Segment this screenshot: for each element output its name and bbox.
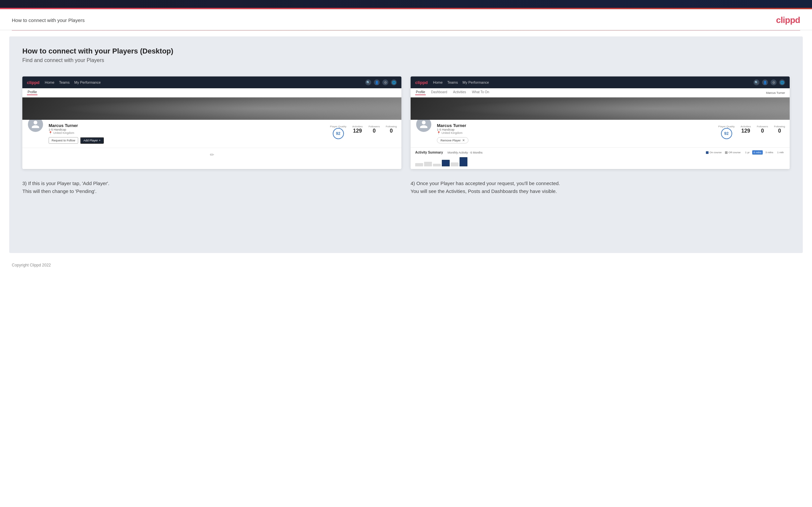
player-quality-stat-1: Player Quality 92: [330, 125, 347, 140]
following-stat-2: Following 0: [774, 125, 785, 140]
dashboard-tab-2[interactable]: Dashboard: [430, 90, 448, 95]
activities-label-1: Activities: [352, 125, 363, 128]
activities-tab-2[interactable]: Activities: [452, 90, 466, 95]
activity-left: Activity Summary Monthly Activity · 6 Mo…: [415, 151, 483, 154]
page-header-title: How to connect with your Players: [12, 17, 85, 23]
player-quality-label-1: Player Quality: [330, 125, 347, 128]
search-icon-2: 🔍: [754, 79, 759, 85]
page-header: How to connect with your Players clippd: [0, 9, 812, 30]
what-to-on-tab-2[interactable]: What To On: [471, 90, 490, 95]
mock-nav-home-1: Home: [45, 80, 54, 84]
request-to-follow-button[interactable]: Request to Follow: [49, 137, 78, 144]
remove-x-icon: ✕: [462, 138, 465, 142]
tab-group-2: Profile Dashboard Activities What To On: [415, 90, 490, 95]
mock-profile-1: Marcus Turner 1-5 Handicap 📍 United King…: [22, 120, 401, 148]
off-course-legend: Off course: [725, 151, 741, 154]
profile-info-2: Marcus Turner 1-5 Handicap 📍 United King…: [437, 122, 707, 144]
profile-tab-1[interactable]: Profile: [27, 90, 38, 95]
mock-nav-teams-2: Teams: [447, 80, 458, 84]
followers-stat-1: Followers 0: [368, 125, 380, 140]
copyright-text: Copyright Clippd 2022: [12, 263, 51, 268]
mock-nav-2: clippd Home Teams My Performance 🔍 👤 ⚙ 🌐: [411, 76, 790, 88]
caption-2: 4) Once your Player has accepted your re…: [411, 179, 790, 195]
profile-buttons-2: Remove Player ✕: [437, 137, 707, 144]
quality-circle-2: 92: [721, 128, 732, 139]
activity-right: On course Off course 1 yr 6 mths 3 mths: [706, 150, 785, 155]
player-handicap-2: 1-5 Handicap: [437, 128, 707, 131]
caption-2-text: 4) Once your Player has accepted your re…: [411, 180, 560, 194]
time-filters: 1 yr 6 mths 3 mths 1 mth: [744, 150, 785, 155]
mock-nav-perf-1: My Performance: [74, 80, 101, 84]
on-course-label: On course: [710, 151, 722, 154]
chart-bar-1: [415, 163, 423, 166]
chart-bar-6: [460, 157, 467, 166]
following-value-2: 0: [774, 128, 785, 134]
mock-nav-home-2: Home: [433, 80, 443, 84]
on-course-dot: [706, 151, 709, 154]
main-content: How to connect with your Players (Deskto…: [9, 37, 803, 253]
activity-summary-title: Activity Summary: [415, 151, 443, 154]
pencil-icon: ✏: [210, 152, 214, 158]
mock-stats-1: Player Quality 92 Activities 129 Followe…: [323, 122, 397, 140]
globe-icon-2: 🌐: [779, 79, 785, 85]
globe-icon-1: 🌐: [391, 79, 397, 85]
settings-icon-1: ⚙: [383, 79, 388, 85]
user-icon-1: 👤: [374, 79, 380, 85]
followers-label-2: Followers: [757, 125, 768, 128]
time-filter-1yr[interactable]: 1 yr: [744, 150, 751, 155]
location-text-2: United Kingdom: [442, 131, 462, 134]
mock-nav-logo-1: clippd: [27, 80, 39, 85]
content-title: How to connect with your Players (Deskto…: [22, 47, 790, 55]
player-selector-2[interactable]: Marcus Turner: [766, 91, 785, 95]
mock-nav-items-1: Home Teams My Performance: [45, 80, 360, 84]
followers-value-1: 0: [368, 128, 380, 134]
mock-nav-icons-2: 🔍 👤 ⚙ 🌐: [754, 79, 785, 85]
clippd-logo: clippd: [776, 15, 800, 25]
top-bar: [0, 0, 812, 9]
screenshots-row: clippd Home Teams My Performance 🔍 👤 ⚙ 🌐…: [22, 76, 790, 169]
chart-bar-2: [424, 162, 432, 166]
remove-player-button[interactable]: Remove Player ✕: [437, 137, 468, 144]
header-divider: [12, 30, 800, 31]
mock-nav-items-2: Home Teams My Performance: [433, 80, 748, 84]
following-label-1: Following: [386, 125, 397, 128]
top-bar-accent: [0, 8, 812, 9]
following-label-2: Following: [774, 125, 785, 128]
following-stat-1: Following 0: [386, 125, 397, 140]
mock-banner-1: [22, 98, 401, 120]
off-course-dot: [725, 151, 727, 154]
time-filter-1mth[interactable]: 1 mth: [776, 150, 785, 155]
on-course-legend: On course: [706, 151, 722, 154]
location-icon-2: 📍: [437, 131, 441, 134]
location-icon-1: 📍: [49, 131, 52, 134]
activities-label-2: Activities: [741, 125, 751, 128]
activity-summary-header: Activity Summary Monthly Activity · 6 Mo…: [415, 150, 785, 155]
profile-buttons-1: Request to Follow Add Player +: [49, 137, 319, 144]
time-filter-3mths[interactable]: 3 mths: [764, 150, 774, 155]
followers-value-2: 0: [757, 128, 768, 134]
remove-player-label: Remove Player: [441, 139, 461, 142]
activity-summary-section: Activity Summary Monthly Activity · 6 Mo…: [411, 147, 790, 169]
activities-stat-1: Activities 129: [352, 125, 363, 140]
caption-1: 3) If this is your Player tap, 'Add Play…: [22, 179, 401, 195]
activities-value-2: 129: [741, 128, 751, 134]
user-icon-2: 👤: [762, 79, 768, 85]
activity-legend: On course Off course: [706, 151, 741, 154]
time-filter-6mths[interactable]: 6 mths: [752, 150, 763, 155]
player-location-1: 📍 United Kingdom: [49, 131, 319, 134]
add-player-button[interactable]: Add Player +: [80, 137, 104, 144]
followers-stat-2: Followers 0: [757, 125, 768, 140]
activity-period: Monthly Activity · 6 Months: [447, 151, 483, 154]
avatar-icon-2: [419, 120, 428, 129]
player-name-1: Marcus Turner: [49, 123, 319, 128]
chart-bar-3: [433, 164, 441, 166]
activities-stat-2: Activities 129: [741, 125, 751, 140]
mock-bottom-1: ✏: [22, 148, 401, 161]
profile-info-1: Marcus Turner 1-5 Handicap 📍 United King…: [49, 122, 319, 144]
player-name-2: Marcus Turner: [437, 123, 707, 128]
chart-bar-4: [442, 160, 450, 166]
mock-nav-perf-2: My Performance: [462, 80, 489, 84]
page-footer: Copyright Clippd 2022: [0, 259, 812, 271]
profile-tab-2[interactable]: Profile: [415, 90, 426, 95]
screenshot-1: clippd Home Teams My Performance 🔍 👤 ⚙ 🌐…: [22, 76, 401, 169]
